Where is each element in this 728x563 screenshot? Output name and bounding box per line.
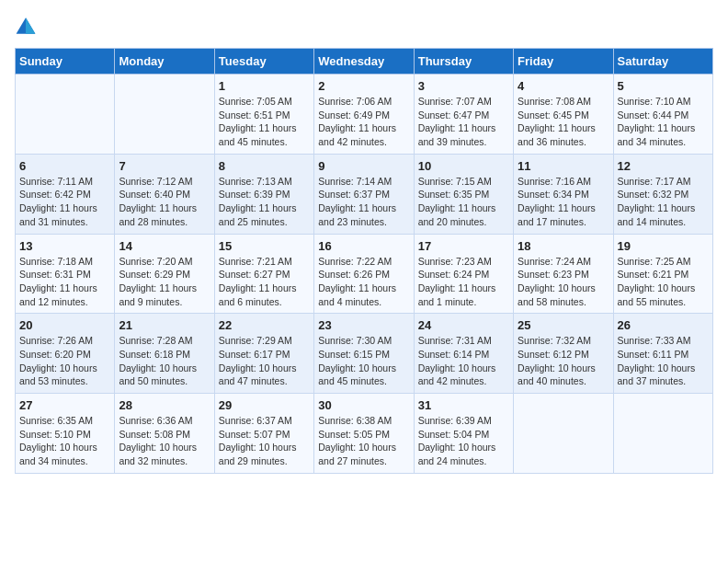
calendar-cell: 12Sunrise: 7:17 AM Sunset: 6:32 PM Dayli… bbox=[613, 154, 712, 234]
day-info: Sunrise: 7:24 AM Sunset: 6:23 PM Dayligh… bbox=[518, 255, 609, 309]
week-row-5: 27Sunrise: 6:35 AM Sunset: 5:10 PM Dayli… bbox=[16, 394, 713, 474]
calendar-cell bbox=[613, 394, 712, 474]
day-number: 31 bbox=[418, 398, 509, 412]
day-info: Sunrise: 7:11 AM Sunset: 6:42 PM Dayligh… bbox=[19, 175, 110, 229]
calendar-cell: 30Sunrise: 6:38 AM Sunset: 5:05 PM Dayli… bbox=[314, 394, 414, 474]
day-info: Sunrise: 7:33 AM Sunset: 6:11 PM Dayligh… bbox=[618, 334, 709, 388]
day-number: 11 bbox=[518, 159, 609, 173]
calendar-cell: 31Sunrise: 6:39 AM Sunset: 5:04 PM Dayli… bbox=[414, 394, 513, 474]
header-saturday: Saturday bbox=[613, 49, 712, 75]
day-info: Sunrise: 7:15 AM Sunset: 6:35 PM Dayligh… bbox=[418, 175, 509, 229]
calendar-cell: 23Sunrise: 7:30 AM Sunset: 6:15 PM Dayli… bbox=[314, 314, 414, 394]
week-row-3: 13Sunrise: 7:18 AM Sunset: 6:31 PM Dayli… bbox=[16, 234, 713, 314]
day-info: Sunrise: 7:17 AM Sunset: 6:32 PM Dayligh… bbox=[618, 175, 709, 229]
calendar-cell: 28Sunrise: 6:36 AM Sunset: 5:08 PM Dayli… bbox=[115, 394, 214, 474]
logo bbox=[15, 15, 44, 37]
logo-icon bbox=[15, 15, 37, 37]
day-number: 24 bbox=[418, 318, 509, 332]
calendar-cell: 4Sunrise: 7:08 AM Sunset: 6:45 PM Daylig… bbox=[514, 75, 613, 155]
day-number: 27 bbox=[19, 398, 110, 412]
calendar-cell: 20Sunrise: 7:26 AM Sunset: 6:20 PM Dayli… bbox=[16, 314, 115, 394]
calendar-cell: 26Sunrise: 7:33 AM Sunset: 6:11 PM Dayli… bbox=[613, 314, 712, 394]
day-number: 25 bbox=[518, 318, 609, 332]
day-number: 21 bbox=[119, 318, 210, 332]
calendar-cell: 16Sunrise: 7:22 AM Sunset: 6:26 PM Dayli… bbox=[314, 234, 414, 314]
header-wednesday: Wednesday bbox=[314, 49, 414, 75]
calendar-cell: 24Sunrise: 7:31 AM Sunset: 6:14 PM Dayli… bbox=[414, 314, 513, 394]
day-number: 5 bbox=[618, 79, 709, 93]
calendar-cell: 7Sunrise: 7:12 AM Sunset: 6:40 PM Daylig… bbox=[115, 154, 214, 234]
page-header bbox=[15, 15, 713, 37]
day-number: 2 bbox=[318, 79, 409, 93]
day-info: Sunrise: 7:10 AM Sunset: 6:44 PM Dayligh… bbox=[618, 95, 709, 149]
day-number: 14 bbox=[119, 239, 210, 253]
day-info: Sunrise: 7:07 AM Sunset: 6:47 PM Dayligh… bbox=[418, 95, 509, 149]
day-number: 18 bbox=[518, 239, 609, 253]
day-number: 4 bbox=[518, 79, 609, 93]
day-number: 12 bbox=[618, 159, 709, 173]
week-row-2: 6Sunrise: 7:11 AM Sunset: 6:42 PM Daylig… bbox=[16, 154, 713, 234]
calendar-table: SundayMondayTuesdayWednesdayThursdayFrid… bbox=[15, 48, 713, 474]
calendar-cell: 5Sunrise: 7:10 AM Sunset: 6:44 PM Daylig… bbox=[613, 75, 712, 155]
calendar-cell: 19Sunrise: 7:25 AM Sunset: 6:21 PM Dayli… bbox=[613, 234, 712, 314]
day-number: 16 bbox=[318, 239, 409, 253]
day-number: 13 bbox=[19, 239, 110, 253]
calendar-cell: 15Sunrise: 7:21 AM Sunset: 6:27 PM Dayli… bbox=[214, 234, 313, 314]
day-info: Sunrise: 7:16 AM Sunset: 6:34 PM Dayligh… bbox=[518, 175, 609, 229]
calendar-cell: 17Sunrise: 7:23 AM Sunset: 6:24 PM Dayli… bbox=[414, 234, 513, 314]
calendar-cell: 3Sunrise: 7:07 AM Sunset: 6:47 PM Daylig… bbox=[414, 75, 513, 155]
day-number: 1 bbox=[219, 79, 310, 93]
header-friday: Friday bbox=[514, 49, 613, 75]
calendar-cell bbox=[514, 394, 613, 474]
day-info: Sunrise: 7:21 AM Sunset: 6:27 PM Dayligh… bbox=[219, 255, 310, 309]
day-info: Sunrise: 6:36 AM Sunset: 5:08 PM Dayligh… bbox=[119, 414, 210, 468]
header-tuesday: Tuesday bbox=[214, 49, 313, 75]
day-info: Sunrise: 6:38 AM Sunset: 5:05 PM Dayligh… bbox=[318, 414, 409, 468]
day-info: Sunrise: 7:30 AM Sunset: 6:15 PM Dayligh… bbox=[318, 334, 409, 388]
day-number: 26 bbox=[618, 318, 709, 332]
calendar-cell: 14Sunrise: 7:20 AM Sunset: 6:29 PM Dayli… bbox=[115, 234, 214, 314]
day-info: Sunrise: 7:22 AM Sunset: 6:26 PM Dayligh… bbox=[318, 255, 409, 309]
day-number: 3 bbox=[418, 79, 509, 93]
header-sunday: Sunday bbox=[16, 49, 115, 75]
day-number: 28 bbox=[119, 398, 210, 412]
header-monday: Monday bbox=[115, 49, 214, 75]
calendar-cell: 9Sunrise: 7:14 AM Sunset: 6:37 PM Daylig… bbox=[314, 154, 414, 234]
calendar-cell: 2Sunrise: 7:06 AM Sunset: 6:49 PM Daylig… bbox=[314, 75, 414, 155]
day-info: Sunrise: 7:14 AM Sunset: 6:37 PM Dayligh… bbox=[318, 175, 409, 229]
day-info: Sunrise: 7:13 AM Sunset: 6:39 PM Dayligh… bbox=[219, 175, 310, 229]
day-info: Sunrise: 7:06 AM Sunset: 6:49 PM Dayligh… bbox=[318, 95, 409, 149]
day-info: Sunrise: 7:28 AM Sunset: 6:18 PM Dayligh… bbox=[119, 334, 210, 388]
week-row-1: 1Sunrise: 7:05 AM Sunset: 6:51 PM Daylig… bbox=[16, 75, 713, 155]
week-row-4: 20Sunrise: 7:26 AM Sunset: 6:20 PM Dayli… bbox=[16, 314, 713, 394]
header-thursday: Thursday bbox=[414, 49, 513, 75]
day-number: 17 bbox=[418, 239, 509, 253]
day-info: Sunrise: 7:29 AM Sunset: 6:17 PM Dayligh… bbox=[219, 334, 310, 388]
day-info: Sunrise: 7:12 AM Sunset: 6:40 PM Dayligh… bbox=[119, 175, 210, 229]
calendar-cell: 10Sunrise: 7:15 AM Sunset: 6:35 PM Dayli… bbox=[414, 154, 513, 234]
calendar-cell: 21Sunrise: 7:28 AM Sunset: 6:18 PM Dayli… bbox=[115, 314, 214, 394]
day-number: 7 bbox=[119, 159, 210, 173]
day-info: Sunrise: 7:05 AM Sunset: 6:51 PM Dayligh… bbox=[219, 95, 310, 149]
calendar-cell: 1Sunrise: 7:05 AM Sunset: 6:51 PM Daylig… bbox=[214, 75, 313, 155]
calendar-cell: 25Sunrise: 7:32 AM Sunset: 6:12 PM Dayli… bbox=[514, 314, 613, 394]
day-number: 20 bbox=[19, 318, 110, 332]
calendar-cell: 11Sunrise: 7:16 AM Sunset: 6:34 PM Dayli… bbox=[514, 154, 613, 234]
day-info: Sunrise: 7:25 AM Sunset: 6:21 PM Dayligh… bbox=[618, 255, 709, 309]
day-number: 9 bbox=[318, 159, 409, 173]
day-info: Sunrise: 6:37 AM Sunset: 5:07 PM Dayligh… bbox=[219, 414, 310, 468]
day-info: Sunrise: 7:18 AM Sunset: 6:31 PM Dayligh… bbox=[19, 255, 110, 309]
day-info: Sunrise: 7:32 AM Sunset: 6:12 PM Dayligh… bbox=[518, 334, 609, 388]
day-number: 19 bbox=[618, 239, 709, 253]
calendar-cell: 27Sunrise: 6:35 AM Sunset: 5:10 PM Dayli… bbox=[16, 394, 115, 474]
day-number: 29 bbox=[219, 398, 310, 412]
day-info: Sunrise: 7:20 AM Sunset: 6:29 PM Dayligh… bbox=[119, 255, 210, 309]
day-info: Sunrise: 7:23 AM Sunset: 6:24 PM Dayligh… bbox=[418, 255, 509, 309]
day-info: Sunrise: 6:35 AM Sunset: 5:10 PM Dayligh… bbox=[19, 414, 110, 468]
day-number: 6 bbox=[19, 159, 110, 173]
day-number: 15 bbox=[219, 239, 310, 253]
day-number: 8 bbox=[219, 159, 310, 173]
day-info: Sunrise: 7:26 AM Sunset: 6:20 PM Dayligh… bbox=[19, 334, 110, 388]
calendar-cell: 18Sunrise: 7:24 AM Sunset: 6:23 PM Dayli… bbox=[514, 234, 613, 314]
calendar-cell: 29Sunrise: 6:37 AM Sunset: 5:07 PM Dayli… bbox=[214, 394, 313, 474]
